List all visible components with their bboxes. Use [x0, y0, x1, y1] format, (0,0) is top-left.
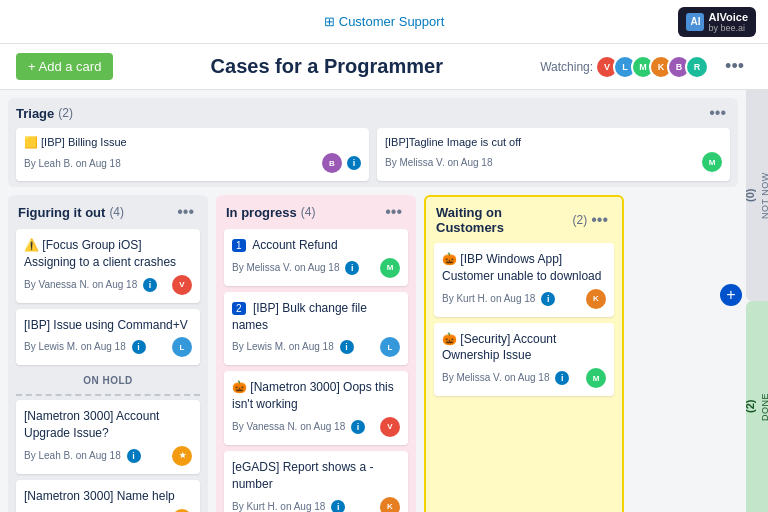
card-meta: By Melissa V. on Aug 18 i M	[442, 368, 606, 388]
done-count: (2)	[744, 400, 756, 413]
card-meta: By Vanessa N. on Aug 18 i V	[24, 275, 192, 295]
triage-card-meta: By Melissa V. on Aug 18 M	[385, 152, 722, 172]
card-meta: By Vanessa N. on Aug 18 i V	[232, 417, 400, 437]
info-icon: i	[347, 156, 361, 170]
card-avatar: M	[380, 258, 400, 278]
board-main: Triage (2) ••• 🟨 [IBP] Billing Issue By …	[0, 90, 768, 512]
columns-row: Figuring it out (4) ••• ⚠️ [Focus Group …	[8, 195, 738, 512]
column-title: Waiting on Customers	[436, 205, 569, 235]
card-avatar: L	[172, 337, 192, 357]
board-more-button[interactable]: •••	[717, 52, 752, 81]
card-avatar: K	[380, 497, 400, 512]
not-now-label: NOT NOW	[760, 172, 768, 219]
card-name-help[interactable]: [Nametron 3000] Name help By Melissa V. …	[16, 480, 200, 512]
card-avatar: ★	[172, 446, 192, 466]
waiting-on-customers-column: Waiting on Customers (2) ••• 🎃 [IBP Wind…	[424, 195, 624, 512]
card-avatar: L	[380, 337, 400, 357]
triage-card-billing[interactable]: 🟨 [IBP] Billing Issue By Leah B. on Aug …	[16, 128, 369, 181]
watching-area: Watching: V L M K B R •••	[540, 52, 752, 81]
column-count: (4)	[301, 205, 316, 219]
column-cards: 🎃 [IBP Windows App] Customer unable to d…	[426, 239, 622, 512]
card-title: 🎃 [IBP Windows App] Customer unable to d…	[442, 251, 606, 285]
info-icon: i	[541, 292, 555, 306]
brand-icon: AI	[686, 13, 704, 31]
card-avatar: V	[380, 417, 400, 437]
card-unable-to-download[interactable]: 🎃 [IBP Windows App] Customer unable to d…	[434, 243, 614, 317]
column-menu-button[interactable]: •••	[173, 203, 198, 221]
info-icon: i	[143, 278, 157, 292]
board-header: + Add a card Cases for a Programmer Watc…	[0, 44, 768, 90]
on-hold-divider: ON HOLD	[16, 371, 200, 390]
avatar: R	[685, 55, 709, 79]
card-meta: By Leah B. on Aug 18 i ★	[24, 446, 192, 466]
card-focus-group[interactable]: ⚠️ [Focus Group iOS] Assigning to a clie…	[16, 229, 200, 303]
card-avatar: M	[586, 368, 606, 388]
card-account-refund[interactable]: 1 Account Refund By Melissa V. on Aug 18…	[224, 229, 408, 286]
info-icon: i	[132, 340, 146, 354]
card-title: 🎃 [Nametron 3000] Oops this isn't workin…	[232, 379, 400, 413]
card-bulk-change[interactable]: 2 [IBP] Bulk change file names By Lewis …	[224, 292, 408, 366]
done-label: DONE	[760, 393, 768, 421]
side-panels: (0) NOT NOW (2) DONE	[746, 90, 768, 512]
customer-support-label: Customer Support	[339, 14, 445, 29]
avatar-group: V L M K B R	[601, 55, 709, 79]
triage-count: (2)	[58, 106, 73, 120]
triage-card-meta: By Leah B. on Aug 18 B i	[24, 153, 361, 173]
info-icon: i	[331, 500, 345, 512]
triage-card-title: 🟨 [IBP] Billing Issue	[24, 136, 361, 149]
card-avatar: B	[322, 153, 342, 173]
card-title: 1 Account Refund	[232, 237, 400, 254]
done-panel[interactable]: (2) DONE	[746, 301, 768, 512]
triage-cards-row: 🟨 [IBP] Billing Issue By Leah B. on Aug …	[16, 128, 730, 181]
info-icon: i	[345, 261, 359, 275]
card-title: [eGADS] Report shows a -number	[232, 459, 400, 493]
triage-title: Triage	[16, 106, 54, 121]
brand-logo: AI AIVoice by bee.ai	[678, 7, 756, 37]
card-account-ownership[interactable]: 🎃 [Security] Account Ownership Issue By …	[434, 323, 614, 397]
add-card-button[interactable]: + Add a card	[16, 53, 113, 80]
column-header: Waiting on Customers (2) •••	[426, 197, 622, 239]
in-progress-column: In progress (4) ••• 1 Account Refund By …	[216, 195, 416, 512]
triage-column: Triage (2) ••• 🟨 [IBP] Billing Issue By …	[8, 98, 738, 187]
triage-menu-button[interactable]: •••	[705, 104, 730, 122]
card-command-v[interactable]: [IBP] Issue using Command+V By Lewis M. …	[16, 309, 200, 366]
card-meta: By Lewis M. on Aug 18 i L	[232, 337, 400, 357]
card-title: [Nametron 3000] Account Upgrade Issue?	[24, 408, 192, 442]
info-icon: i	[127, 449, 141, 463]
top-bar: ⊞ Customer Support AI AIVoice by bee.ai	[0, 0, 768, 44]
grid-icon: ⊞	[324, 14, 335, 29]
card-avatar: V	[172, 275, 192, 295]
info-icon: i	[555, 371, 569, 385]
card-title: [Nametron 3000] Name help	[24, 488, 192, 505]
customer-support-link[interactable]: ⊞ Customer Support	[324, 14, 445, 29]
not-now-panel[interactable]: (0) NOT NOW	[746, 90, 768, 301]
column-count: (4)	[109, 205, 124, 219]
add-column-button[interactable]: +	[720, 284, 742, 306]
column-menu-button[interactable]: •••	[381, 203, 406, 221]
column-header: In progress (4) •••	[216, 195, 416, 225]
card-avatar: K	[586, 289, 606, 309]
info-icon: i	[351, 420, 365, 434]
triage-header: Triage (2) •••	[16, 104, 730, 122]
info-icon: i	[340, 340, 354, 354]
card-meta: By Melissa V. on Aug 18 i M	[232, 258, 400, 278]
not-now-count: (0)	[744, 189, 756, 202]
column-cards: 1 Account Refund By Melissa V. on Aug 18…	[216, 225, 416, 512]
column-title: Figuring it out	[18, 205, 105, 220]
hold-line	[16, 394, 200, 396]
card-avatar: M	[702, 152, 722, 172]
card-title: [IBP] Issue using Command+V	[24, 317, 192, 334]
card-title: 🎃 [Security] Account Ownership Issue	[442, 331, 606, 365]
column-header: Figuring it out (4) •••	[8, 195, 208, 225]
card-meta: By Kurt H. on Aug 18 i K	[232, 497, 400, 512]
card-title: ⚠️ [Focus Group iOS] Assigning to a clie…	[24, 237, 192, 271]
card-report-number[interactable]: [eGADS] Report shows a -number By Kurt H…	[224, 451, 408, 512]
column-menu-button[interactable]: •••	[587, 211, 612, 229]
figuring-it-out-column: Figuring it out (4) ••• ⚠️ [Focus Group …	[8, 195, 208, 512]
triage-card-tagline[interactable]: [IBP]Tagline Image is cut off By Melissa…	[377, 128, 730, 181]
card-title: 2 [IBP] Bulk change file names	[232, 300, 400, 334]
watching-label: Watching:	[540, 60, 593, 74]
column-title: In progress	[226, 205, 297, 220]
card-oops-not-working[interactable]: 🎃 [Nametron 3000] Oops this isn't workin…	[224, 371, 408, 445]
card-account-upgrade[interactable]: [Nametron 3000] Account Upgrade Issue? B…	[16, 400, 200, 474]
